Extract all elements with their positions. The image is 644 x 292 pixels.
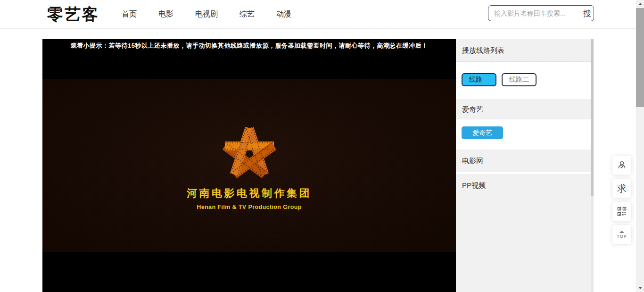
scroll-down-arrow[interactable]: [636, 284, 644, 292]
contact-user-button[interactable]: [612, 156, 631, 175]
user-check-icon: [617, 160, 627, 170]
page: 零艺客 首页 电影 电视剧 综艺 动漫 搜 观看小提示：若等待15秒以上还未播放…: [0, 0, 644, 292]
triangle-down-icon: [638, 287, 642, 289]
section-title-iqiyi[interactable]: 爱奇艺: [456, 99, 594, 119]
section-title-movie-net[interactable]: 电影网: [456, 150, 594, 172]
back-to-top-label: TOP: [617, 234, 627, 239]
section-title-line-list: 播放线路列表: [456, 39, 594, 62]
floating-toolbar: 求 TOP: [612, 156, 631, 244]
section-title-pp-video[interactable]: PP视频: [456, 174, 594, 292]
iqiyi-buttons: 爱奇艺: [456, 119, 594, 150]
main-nav: 首页 电影 电视剧 综艺 动漫: [122, 0, 291, 29]
page-scrollbar-thumb[interactable]: [636, 8, 644, 107]
top-navbar: 零艺客 首页 电影 电视剧 综艺 动漫 搜: [0, 0, 644, 29]
search-input[interactable]: [488, 9, 582, 17]
studio-name-cn: 河南电影电视制作集团: [187, 186, 312, 200]
back-to-top-button[interactable]: TOP: [612, 225, 631, 244]
play-source-sidebar: 播放线路列表 线路一 线路二 爱奇艺 爱奇艺 电影网 PP视频: [456, 39, 594, 292]
scroll-up-arrow[interactable]: [636, 0, 644, 8]
search-box: 搜: [488, 5, 594, 21]
iqiyi-source-button[interactable]: 爱奇艺: [462, 126, 503, 139]
request-film-label: 求: [617, 182, 627, 195]
request-film-button[interactable]: 求: [612, 179, 631, 198]
qr-code-button[interactable]: [612, 202, 631, 221]
nav-item-anime[interactable]: 动漫: [276, 9, 291, 19]
sidebar-scrollbar-thumb[interactable]: [591, 39, 594, 196]
line-2-button[interactable]: 线路二: [502, 73, 537, 86]
studio-name-en: Henan Film & TV Production Group: [197, 204, 302, 210]
studio-logo: 河南电影电视制作集团 Henan Film & TV Production Gr…: [42, 79, 456, 252]
site-logo[interactable]: 零艺客: [47, 4, 100, 25]
chevron-up-icon: [619, 231, 624, 233]
nav-item-variety[interactable]: 综艺: [239, 9, 255, 19]
video-player[interactable]: 观看小提示：若等待15秒以上还未播放，请手动切换其他线路或播放源，服务器加载需要…: [42, 39, 456, 292]
qr-code-icon: [617, 207, 627, 216]
nav-item-home[interactable]: 首页: [122, 9, 137, 19]
sidebar-scrollbar[interactable]: [591, 39, 594, 292]
nav-item-movies[interactable]: 电影: [158, 9, 173, 19]
film-star-icon: [220, 126, 279, 179]
nav-item-tv-series[interactable]: 电视剧: [195, 9, 218, 19]
video-frame: 河南电影电视制作集团 Henan Film & TV Production Gr…: [42, 79, 456, 252]
triangle-up-icon: [638, 3, 642, 5]
search-button[interactable]: 搜: [582, 8, 597, 19]
page-scrollbar[interactable]: [636, 0, 644, 292]
line-buttons: 线路一 线路二: [456, 62, 594, 99]
player-notice: 观看小提示：若等待15秒以上还未播放，请手动切换其他线路或播放源，服务器加载需要…: [42, 42, 456, 50]
line-1-button[interactable]: 线路一: [462, 73, 496, 86]
